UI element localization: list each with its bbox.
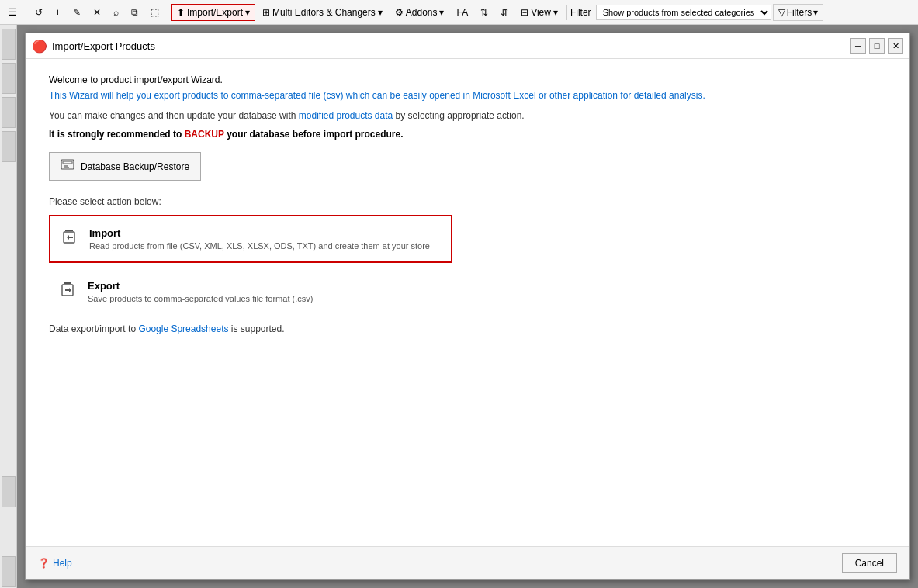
dialog-body: Welcome to product import/export Wizard.…: [26, 59, 909, 546]
help-icon: ❓: [38, 558, 50, 569]
select-action-label: Please select action below:: [49, 196, 886, 207]
dialog-app-icon: 🔴: [32, 39, 47, 54]
dialog-titlebar: 🔴 Import/Export Products ─ □ ✕: [26, 33, 909, 59]
google-prefix: Data export/import to: [49, 323, 138, 334]
filter-icon: ▽: [778, 7, 785, 18]
sep-1: [26, 5, 26, 20]
import-icon: [63, 229, 81, 251]
google-spreadsheets-link[interactable]: Google Spreadsheets: [138, 323, 228, 334]
refresh-button[interactable]: ↺: [29, 4, 48, 21]
filters-button[interactable]: ▽ Filters ▾: [773, 4, 824, 21]
content-area: 🔴 Import/Export Products ─ □ ✕ Welcome t…: [17, 25, 918, 588]
import-export-icon: ⬆: [177, 7, 185, 18]
import-info: Import Read products from file (CSV, XML…: [89, 227, 430, 251]
main-layout: 🔴 Import/Export Products ─ □ ✕ Welcome t…: [0, 25, 918, 588]
view-icon: ⊟: [521, 7, 528, 18]
sidebar-item-4[interactable]: [2, 131, 16, 162]
addons-button[interactable]: ⚙ Addons ▾: [390, 4, 450, 21]
delete-button[interactable]: ✕: [88, 4, 106, 21]
svg-rect-1: [63, 161, 72, 164]
import-export-arrow: ▾: [245, 7, 250, 18]
import-title: Import: [89, 227, 430, 239]
paste-button[interactable]: ⬚: [145, 4, 165, 21]
multi-editors-button[interactable]: ⊞ Multi Editors & Changers ▾: [257, 4, 388, 21]
backup-btn-label: Database Backup/Restore: [81, 161, 189, 172]
backup-notice: It is strongly recommended to BACKUP you…: [49, 129, 886, 140]
export-desc: Save products to comma-separated values …: [88, 294, 313, 303]
info-text-suffix: by selecting appropriate action.: [393, 110, 524, 121]
copy-button[interactable]: ⧉: [126, 4, 144, 21]
dialog-footer: ❓ Help Cancel: [26, 546, 909, 579]
info-link[interactable]: modified products data: [299, 110, 393, 121]
multi-editors-icon: ⊞: [262, 7, 270, 18]
search-button[interactable]: ⌕: [108, 4, 124, 21]
dialog-title: Import/Export Products: [52, 40, 846, 52]
view-label: View: [531, 7, 551, 18]
import-export-label: Import/Export: [187, 7, 243, 18]
maximize-button[interactable]: □: [869, 38, 885, 54]
backup-prefix: It is strongly recommended to: [49, 129, 185, 140]
help-label: Help: [53, 558, 72, 569]
minimize-button[interactable]: ─: [850, 38, 866, 54]
import-export-button[interactable]: ⬆ Import/Export ▾: [171, 4, 255, 21]
export-info: Export Save products to comma-separated …: [88, 280, 313, 303]
filter-select[interactable]: Show products from selected categories: [596, 5, 771, 20]
welcome-line1: Welcome to product import/export Wizard.: [49, 74, 886, 85]
icon1-button[interactable]: ⇅: [475, 4, 494, 21]
sidebar-item-3[interactable]: [2, 97, 16, 128]
svg-rect-7: [64, 282, 71, 284]
dialog-window: 🔴 Import/Export Products ─ □ ✕ Welcome t…: [25, 33, 910, 580]
add-button[interactable]: +: [50, 4, 66, 21]
google-note: Data export/import to Google Spreadsheet…: [49, 323, 886, 334]
export-icon: [61, 282, 80, 303]
export-action-box[interactable]: Export Save products to comma-separated …: [49, 272, 452, 311]
sidebar-item-1[interactable]: [2, 29, 16, 60]
sidebar-item-5[interactable]: [2, 476, 16, 507]
addons-label: Addons: [406, 7, 438, 18]
export-title: Export: [88, 280, 313, 292]
addons-arrow: ▾: [439, 7, 444, 18]
fa-button[interactable]: FA: [451, 4, 473, 21]
edit-button[interactable]: ✎: [68, 4, 86, 21]
addons-icon: ⚙: [395, 7, 404, 18]
view-button[interactable]: ⊟ View ▾: [515, 4, 563, 21]
database-backup-button[interactable]: Database Backup/Restore: [49, 152, 201, 181]
wizard-description-link[interactable]: This Wizard will help you export product…: [49, 90, 705, 101]
sidebar: [0, 25, 17, 588]
multi-editors-label: Multi Editors & Changers: [272, 7, 376, 18]
view-arrow: ▾: [553, 7, 558, 18]
cancel-button[interactable]: Cancel: [842, 553, 897, 573]
toolbar: ☰ ↺ + ✎ ✕ ⌕ ⧉ ⬚ ⬆ Import/Export ▾ ⊞ Mult…: [0, 0, 918, 25]
import-action-box[interactable]: Import Read products from file (CSV, XML…: [49, 215, 452, 263]
import-desc: Read products from file (CSV, XML, XLS, …: [89, 241, 430, 251]
sep-3: [566, 5, 567, 20]
google-suffix: is supported.: [228, 323, 284, 334]
dialog-controls: ─ □ ✕: [850, 38, 903, 54]
sidebar-item-6[interactable]: [2, 556, 16, 587]
sep-2: [168, 5, 168, 20]
backup-keyword: BACKUP: [185, 129, 224, 140]
filters-label: Filters: [787, 7, 812, 18]
backup-suffix: your database before import procedure.: [224, 129, 404, 140]
close-button[interactable]: ✕: [888, 38, 903, 54]
icon2-button[interactable]: ⇵: [495, 4, 514, 21]
multi-editors-arrow: ▾: [378, 7, 383, 18]
sidebar-item-2[interactable]: [2, 63, 16, 94]
info-text-prefix: You can make changes and then update you…: [49, 110, 299, 121]
menu-button[interactable]: ☰: [3, 4, 23, 21]
help-link[interactable]: ❓ Help: [38, 558, 72, 569]
svg-rect-5: [65, 230, 73, 231]
filter-label: Filter: [570, 7, 591, 18]
backup-btn-icon: [61, 159, 74, 174]
filters-arrow: ▾: [813, 7, 818, 18]
